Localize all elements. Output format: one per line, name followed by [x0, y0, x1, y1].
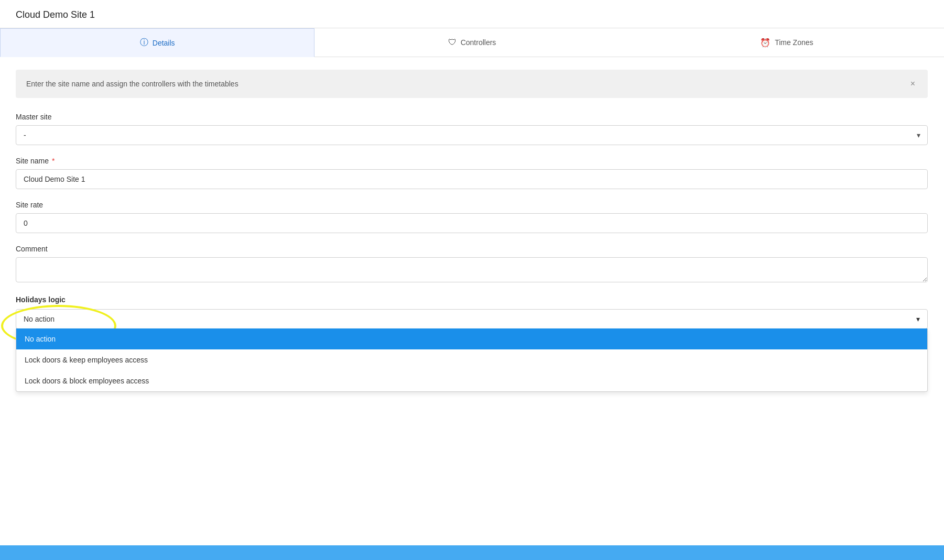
- site-name-input[interactable]: [16, 169, 928, 189]
- holidays-logic-select-display[interactable]: No action ▾: [16, 309, 928, 329]
- chevron-down-icon-holidays: ▾: [916, 315, 920, 323]
- tab-details[interactable]: ⓘ Details: [0, 28, 314, 57]
- tab-details-label: Details: [153, 39, 175, 47]
- tab-controllers[interactable]: 🛡 Controllers: [314, 28, 629, 57]
- info-banner: Enter the site name and assign the contr…: [16, 70, 928, 98]
- comment-label: Comment: [16, 245, 928, 253]
- tab-controllers-label: Controllers: [461, 38, 496, 47]
- master-site-label: Master site: [16, 113, 928, 121]
- site-rate-label: Site rate: [16, 201, 928, 209]
- shield-icon: 🛡: [448, 38, 457, 47]
- banner-close-button[interactable]: ×: [908, 79, 917, 89]
- required-indicator: *: [52, 157, 55, 165]
- content-area: Enter the site name and assign the contr…: [0, 57, 943, 342]
- info-icon: ⓘ: [140, 37, 148, 48]
- dropdown-option-lock-keep[interactable]: Lock doors & keep employees access: [16, 349, 927, 370]
- holidays-logic-label: Holidays logic: [16, 295, 928, 304]
- dropdown-option-no-action[interactable]: No action: [16, 328, 927, 349]
- page-title: Cloud Demo Site 1: [16, 9, 95, 20]
- tabs-bar: ⓘ Details 🛡 Controllers ⏰ Time Zones: [0, 28, 944, 57]
- tab-timezones-label: Time Zones: [775, 38, 813, 47]
- comment-input[interactable]: [16, 257, 928, 282]
- site-name-label: Site name *: [16, 157, 928, 165]
- holidays-logic-selected-value: No action: [24, 315, 55, 323]
- info-banner-text: Enter the site name and assign the contr…: [26, 80, 238, 88]
- site-rate-group: Site rate: [16, 201, 928, 233]
- master-site-select[interactable]: -: [16, 125, 928, 145]
- page-header: Cloud Demo Site 1: [0, 0, 944, 28]
- site-rate-input[interactable]: [16, 213, 928, 233]
- master-site-select-wrapper: - ▾: [16, 125, 928, 145]
- master-site-group: Master site - ▾: [16, 113, 928, 145]
- tab-timezones[interactable]: ⏰ Time Zones: [630, 28, 944, 57]
- bottom-bar: [0, 545, 944, 560]
- site-name-group: Site name *: [16, 157, 928, 189]
- dropdown-option-lock-block[interactable]: Lock doors & block employees access: [16, 370, 927, 391]
- holidays-logic-group: Holidays logic No action ▾ No action Loc…: [16, 295, 928, 329]
- holidays-logic-dropdown-menu: No action Lock doors & keep employees ac…: [16, 328, 928, 392]
- clock-icon: ⏰: [760, 38, 771, 48]
- holidays-logic-dropdown: No action ▾ No action Lock doors & keep …: [16, 309, 928, 329]
- comment-group: Comment: [16, 245, 928, 284]
